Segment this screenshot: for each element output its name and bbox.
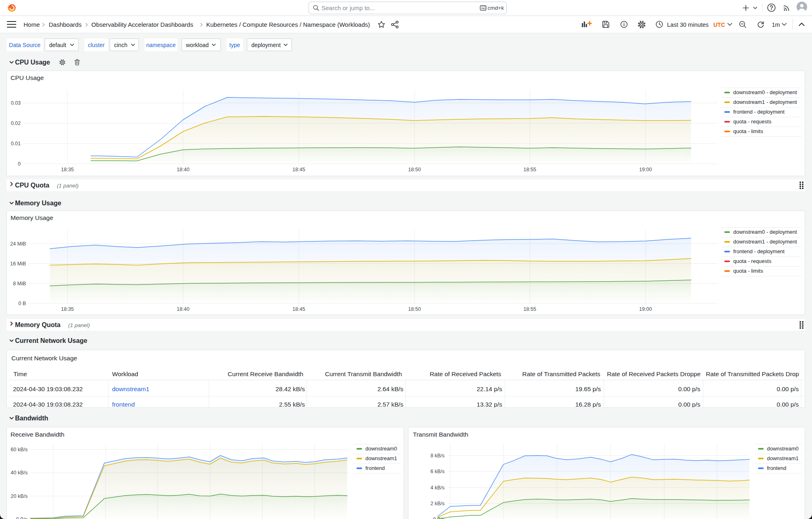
svg-text:8 MiB: 8 MiB (13, 281, 26, 286)
svg-text:0: 0 (18, 161, 21, 167)
svg-text:60 kB/s: 60 kB/s (11, 447, 28, 452)
svg-text:0.02: 0.02 (11, 121, 21, 126)
svg-text:20 kB/s: 20 kB/s (11, 493, 28, 499)
svg-text:18:35: 18:35 (61, 167, 73, 172)
svg-text:0.03: 0.03 (11, 100, 21, 106)
svg-text:18:35: 18:35 (61, 306, 73, 312)
svg-text:18:55: 18:55 (523, 167, 536, 172)
svg-text:18:55: 18:55 (523, 306, 536, 312)
svg-text:4 kB/s: 4 kB/s (430, 485, 445, 491)
svg-text:18:40: 18:40 (177, 167, 189, 172)
svg-text:0.01: 0.01 (11, 141, 21, 146)
svg-text:2 kB/s: 2 kB/s (430, 501, 445, 506)
svg-text:18:50: 18:50 (408, 306, 421, 312)
svg-text:0 B: 0 B (18, 301, 26, 306)
svg-text:40 kB/s: 40 kB/s (11, 470, 28, 476)
svg-text:6 kB/s: 6 kB/s (430, 469, 445, 474)
svg-text:8 kB/s: 8 kB/s (430, 453, 445, 459)
svg-text:16 MiB: 16 MiB (10, 261, 26, 267)
svg-text:19:00: 19:00 (639, 306, 652, 312)
svg-text:18:45: 18:45 (292, 306, 305, 312)
svg-text:18:45: 18:45 (292, 167, 305, 172)
svg-text:18:50: 18:50 (408, 167, 421, 172)
svg-text:19:00: 19:00 (639, 167, 652, 172)
svg-text:24 MiB: 24 MiB (10, 241, 26, 247)
svg-text:18:40: 18:40 (177, 306, 189, 312)
svg-text:0 B/s: 0 B/s (16, 517, 28, 519)
